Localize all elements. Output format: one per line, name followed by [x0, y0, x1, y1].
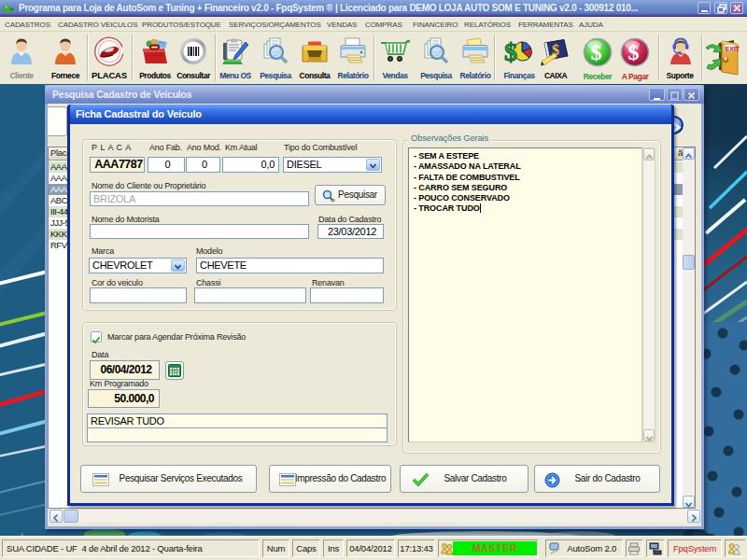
svg-text:EXIT: EXIT: [726, 46, 740, 52]
svg-text:$: $: [591, 40, 602, 64]
svg-text:$: $: [628, 40, 640, 64]
svg-text:$: $: [504, 37, 517, 66]
